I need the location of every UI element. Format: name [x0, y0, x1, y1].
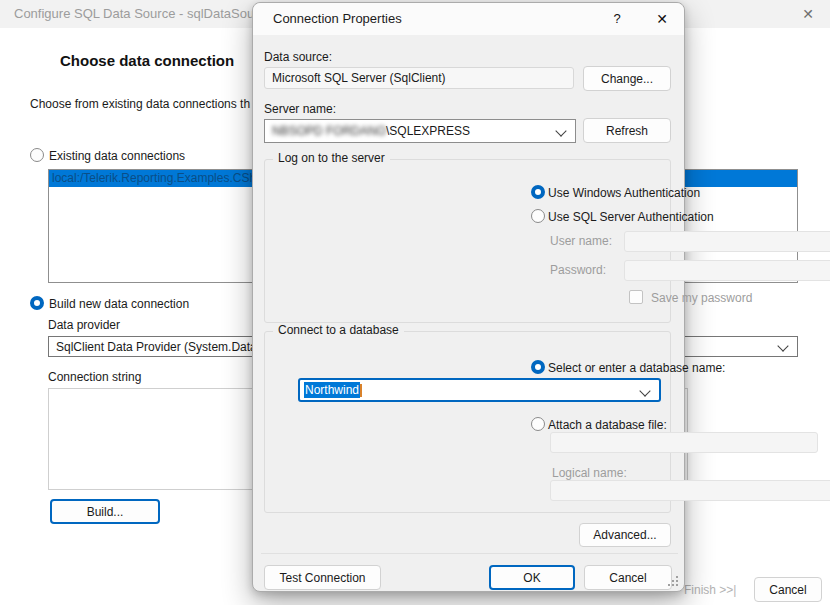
- select-database-radio[interactable]: [531, 360, 545, 374]
- bg-close-icon[interactable]: ✕: [796, 2, 820, 26]
- change-button[interactable]: Change...: [583, 66, 671, 91]
- server-name-redacted: NBSOPD FORDANO: [272, 124, 386, 138]
- connection-properties-dialog: Connection Properties ? ✕ Data source: M…: [252, 2, 685, 592]
- footer-divider: [261, 553, 678, 554]
- bg-cancel-button[interactable]: Cancel: [754, 577, 822, 602]
- help-icon[interactable]: ?: [603, 6, 631, 32]
- select-database-label: Select or enter a database name:: [548, 361, 725, 375]
- logical-name-field: [550, 480, 830, 501]
- save-password-label: Save my password: [651, 291, 752, 305]
- password-label: Password:: [550, 263, 606, 277]
- screen: Configure SQL Data Source - sqlDataSourc…: [0, 0, 830, 605]
- logical-name-label: Logical name:: [552, 466, 627, 480]
- chevron-down-icon[interactable]: [639, 385, 650, 396]
- database-name-value: Northwind: [304, 382, 360, 398]
- test-connection-button[interactable]: Test Connection: [264, 565, 381, 590]
- server-name-suffix: \SQLEXPRESS: [386, 124, 470, 138]
- chevron-down-icon[interactable]: [777, 340, 788, 351]
- user-name-label: User name:: [550, 234, 612, 248]
- attach-file-label: Attach a database file:: [548, 418, 667, 432]
- attach-file-radio[interactable]: [531, 417, 545, 431]
- dialog-cancel-button[interactable]: Cancel: [584, 565, 672, 590]
- data-source-label: Data source:: [264, 50, 332, 64]
- user-name-field: [624, 231, 830, 252]
- build-new-connection-radio[interactable]: [30, 296, 44, 310]
- save-password-checkbox[interactable]: [629, 290, 643, 304]
- server-name-combobox[interactable]: NBSOPD FORDANO\SQLEXPRESS: [264, 119, 576, 143]
- existing-connections-radio[interactable]: [30, 148, 44, 162]
- existing-connections-label: Existing data connections: [49, 149, 185, 163]
- close-icon[interactable]: ✕: [647, 6, 677, 32]
- refresh-button[interactable]: Refresh: [583, 118, 671, 143]
- resize-grip-icon[interactable]: [668, 576, 679, 587]
- sql-auth-radio[interactable]: [531, 209, 545, 223]
- connection-string-label: Connection string: [48, 370, 141, 384]
- page-description: Choose from existing data connections th: [30, 97, 250, 111]
- data-source-field: Microsoft SQL Server (SqlClient): [264, 67, 574, 89]
- build-button[interactable]: Build...: [50, 499, 160, 524]
- dialog-titlebar[interactable]: Connection Properties ? ✕: [253, 3, 684, 35]
- finish-button: Finish >>|: [684, 583, 736, 597]
- sql-auth-label: Use SQL Server Authentication: [548, 210, 714, 224]
- database-name-combobox[interactable]: Northwind: [298, 378, 661, 402]
- windows-auth-label: Use Windows Authentication: [548, 186, 700, 200]
- ok-button[interactable]: OK: [489, 565, 575, 590]
- dialog-title: Connection Properties: [273, 3, 402, 35]
- advanced-button[interactable]: Advanced...: [579, 523, 671, 547]
- data-provider-value: SqlClient Data Provider (System.Data.S: [56, 337, 268, 357]
- bg-window-title: Configure SQL Data Source - sqlDataSourc…: [14, 0, 279, 28]
- build-new-connection-label: Build new data connection: [49, 297, 189, 311]
- page-title: Choose data connection: [60, 52, 234, 69]
- text-caret-icon: [360, 384, 362, 397]
- windows-auth-radio[interactable]: [531, 185, 545, 199]
- chevron-down-icon[interactable]: [555, 125, 566, 136]
- data-provider-label: Data provider: [48, 318, 120, 332]
- attach-file-field: [550, 432, 818, 453]
- logon-group-title: Log on to the server: [273, 151, 390, 165]
- password-field: [624, 260, 830, 281]
- database-group-title: Connect to a database: [273, 323, 404, 337]
- server-name-label: Server name:: [264, 102, 336, 116]
